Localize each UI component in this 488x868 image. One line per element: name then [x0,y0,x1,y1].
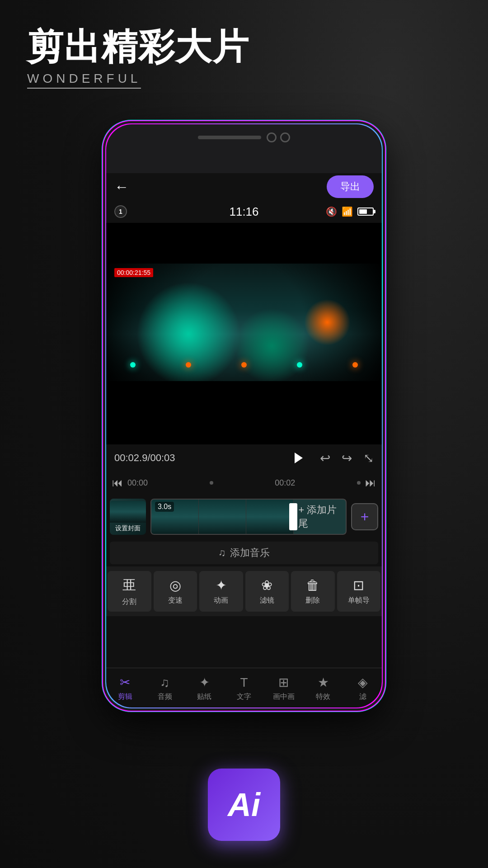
audio-icon: ♫ [160,675,169,690]
video-lights [105,362,383,368]
phone-top-notch [198,132,290,142]
timeline-end: 00:02 [275,478,295,488]
export-button[interactable]: 导出 [327,175,374,198]
speed-label: 变速 [168,596,183,605]
time-display: 00:02.9/00:03 [114,452,175,464]
hero-subtitle: WONDERFUL [27,71,141,89]
clip-duration: 3.0s [155,502,174,512]
pip-label: 画中画 [273,692,295,702]
play-triangle-icon [295,453,303,463]
battery-icon [357,208,374,216]
redo-icon[interactable]: ↪ [342,451,352,466]
undo-icon[interactable]: ↩ [320,451,330,466]
play-button[interactable] [289,448,309,468]
video-bottom-black [105,381,383,444]
wifi-icon: 📶 [342,206,353,217]
music-icon: ♫ [218,547,226,559]
camera-dot-1 [267,132,277,142]
notification-badge: 1 [114,205,127,218]
clip-frame-3 [246,500,294,534]
light-orange-2 [241,362,247,368]
delete-icon: 🗑 [306,578,319,593]
timeline-start: 00:00 [127,478,148,488]
nav-pip[interactable]: ⊞ 画中画 [264,668,304,708]
tool-delete[interactable]: 🗑 删除 [291,571,335,612]
single-frame-label: 单帧导 [348,596,370,605]
timeline-row: ⏮ 00:00 00:02 ⏭ [105,472,383,494]
animate-icon: ✦ [216,577,227,593]
speed-icon: ◎ [169,577,181,593]
mute-icon: 🔇 [326,206,337,217]
controls-row: 00:02.9/00:03 ↩ ↪ ⤡ [105,444,383,472]
toolbar: 亜 分割 ◎ 变速 ✦ 动画 ❀ 滤镜 🗑 删除 [105,566,383,616]
ai-label: Ai [228,786,260,823]
effects-icon: ★ [318,675,329,690]
tool-split[interactable]: 亜 分割 [108,571,151,612]
add-clip-button[interactable]: + [351,503,378,530]
pip-icon: ⊞ [278,675,289,690]
clip-handle[interactable] [289,503,297,531]
status-left: 1 [114,205,127,218]
tool-single-frame[interactable]: ⊡ 单帧导 [337,571,381,612]
tool-filter[interactable]: ❀ 滤镜 [245,571,289,612]
add-clip-label: + 添加片尾 [294,503,346,530]
filter-icon: ❀ [261,577,272,593]
clip-frame-2 [199,500,246,534]
video-preview: 00:00:21:55 [105,200,383,444]
animate-label: 动画 [214,596,228,605]
edit-label: 剪辑 [118,692,132,702]
phone-frame: 1 11:16 🔇 📶 ← 导出 [104,122,384,710]
hero-title: 剪出精彩大片 [27,27,249,67]
filter-label: 滤镜 [260,596,274,605]
timeline-track: 00:00 00:02 [127,478,361,488]
light-teal-2 [297,362,302,368]
app-header: ← 导出 [105,173,383,200]
cover-thumbnail[interactable]: 设置封面 [110,499,146,535]
status-right: 🔇 📶 [326,206,374,217]
phone-mockup: 1 11:16 🔇 📶 ← 导出 [104,122,384,710]
status-time: 11:16 [229,205,258,219]
sticker-icon: ✦ [199,675,210,690]
light-orange-3 [352,362,358,368]
app-content: 1 11:16 🔇 📶 ← 导出 [105,173,383,708]
audio-label: 音频 [158,692,172,702]
control-icons: ↩ ↪ ⤡ [289,448,374,468]
timeline-dot-1 [210,481,213,485]
nav-sticker[interactable]: ✦ 贴纸 [184,668,224,708]
nav-edit[interactable]: ✂ 剪辑 [105,668,145,708]
back-button[interactable]: ← [114,179,129,195]
cover-thumb-image [110,501,146,523]
expand-icon[interactable]: ⤡ [363,451,374,466]
skip-forward-icon[interactable]: ⏭ [365,476,376,489]
single-frame-icon: ⊡ [353,577,364,593]
camera-dot-2 [280,132,290,142]
nav-filter-label: 滤 [359,692,366,702]
delete-label: 删除 [305,596,320,605]
clip-area: 设置封面 3.0s + 添加片尾 + [105,494,383,539]
nav-effects[interactable]: ★ 特效 [304,668,343,708]
nav-filter[interactable]: ◈ 滤 [343,668,383,708]
cover-label: 设置封面 [115,524,141,533]
text-label: 文字 [237,692,251,702]
split-icon: 亜 [122,576,136,594]
nav-audio[interactable]: ♫ 音频 [145,668,185,708]
tool-speed[interactable]: ◎ 变速 [154,571,197,612]
nav-text[interactable]: T 文字 [224,668,264,708]
edit-icon: ✂ [120,675,130,690]
video-timestamp: 00:00:21:55 [114,268,153,277]
sticker-label: 贴纸 [197,692,211,702]
timeline-dot-2 [357,481,361,485]
tool-animate[interactable]: ✦ 动画 [199,571,243,612]
split-label: 分割 [122,597,136,607]
nav-filter-icon: ◈ [358,675,368,690]
add-music-label: 添加音乐 [230,546,270,560]
add-music-row[interactable]: ♫ 添加音乐 [110,542,378,564]
ai-button[interactable]: Ai [208,769,280,841]
effects-label: 特效 [316,692,330,702]
camera-dots [267,132,290,142]
light-orange-1 [186,362,191,368]
skip-back-icon[interactable]: ⏮ [112,476,123,489]
hero-section: 剪出精彩大片 WONDERFUL [27,27,249,89]
clip-strip[interactable]: 3.0s + 添加片尾 [150,499,347,535]
battery-fill [359,209,367,214]
